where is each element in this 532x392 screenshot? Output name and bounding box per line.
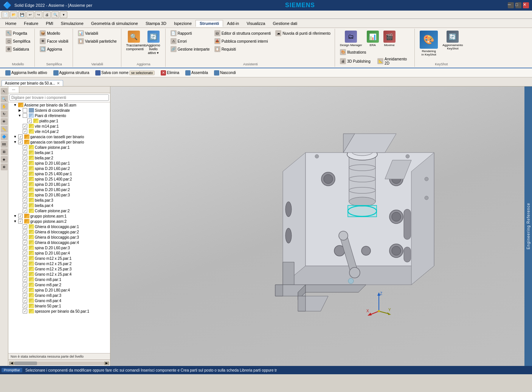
tree-root-node[interactable]: ▼ Assieme per binario da 50.asm xyxy=(8,102,110,108)
ctx-elimina[interactable]: ✕ Elimina xyxy=(158,69,181,76)
maximize-btn[interactable]: □ xyxy=(515,2,521,8)
sidebar-icon-part[interactable]: 🔷 xyxy=(1,133,8,140)
ribbon-btn-editor-struttura[interactable]: 🗂 Editor di struttura componenti xyxy=(212,29,273,37)
tree-node-10[interactable]: ✓spina D.20 L60.par:1 xyxy=(8,161,110,166)
tree-node-13[interactable]: ✓spina D.25 L400.par:2 xyxy=(8,176,110,182)
ribbon-btn-var-par[interactable]: 📋 Variabili paritetiche xyxy=(76,37,119,45)
menu-strumenti[interactable]: Strumenti xyxy=(195,20,223,27)
ctx-nascondi[interactable]: Nascondi xyxy=(212,69,238,76)
tree-node-4[interactable]: ✓vite m14.par:2 xyxy=(8,129,110,134)
ribbon-btn-modello[interactable]: 📦 Modello xyxy=(38,29,70,37)
tree-node-3[interactable]: ✓vite m14.par:1 xyxy=(8,123,110,129)
tree-node-27[interactable]: ✓spina D.20 L60.par:4 xyxy=(8,250,110,256)
menu-addin[interactable]: Add-in xyxy=(223,20,243,26)
tree-node-9[interactable]: ✓biella.par:2 xyxy=(8,155,110,161)
tree-scroll-left[interactable]: ◀ xyxy=(9,361,14,365)
piani-checkbox[interactable] xyxy=(23,113,27,118)
sidebar-icon-extra2[interactable]: ⊕ xyxy=(1,164,8,170)
qa-save[interactable]: 💾 xyxy=(18,11,26,18)
tree-node-35[interactable]: ✓Grano m8.par:3 xyxy=(8,293,110,298)
tree-node-20[interactable]: ▼✓gruppo pistone.asm:1 xyxy=(8,213,110,219)
tree-node-piani[interactable]: ▼ Piani di riferimento xyxy=(8,113,110,118)
tree-node-29[interactable]: ✓Grano m12 x 25.par:2 xyxy=(8,261,110,266)
qa-redo[interactable]: ↪ xyxy=(35,11,42,18)
tree-node-22[interactable]: ✓Ghiera di bloccaggio.par:1 xyxy=(8,224,110,229)
tree-scrollbar[interactable]: ◀ ▶ xyxy=(8,360,110,366)
tree-node-24[interactable]: ✓Ghiera di bloccaggio.par:3 xyxy=(8,235,110,240)
eng-ref-panel[interactable]: Engineering Reference xyxy=(524,86,532,366)
tree-node-piatto[interactable]: ✓ piatto.par:1 xyxy=(8,118,110,123)
tree-node-37[interactable]: ✓binario 50.par:1 xyxy=(8,303,110,309)
sistemi-expand[interactable]: ▶ xyxy=(17,108,22,113)
tree-node-11[interactable]: ✓spina D.20 L60.par:2 xyxy=(8,166,110,171)
tree-content[interactable]: ▼ Assieme per binario da 50.asm ▶ Sistem… xyxy=(8,102,110,353)
tree-node-38[interactable]: ✓spessore per binario da 50.par:1 xyxy=(8,309,110,314)
3d-viewport[interactable]: Z X Y xyxy=(110,86,524,366)
tree-node-28[interactable]: ✓Grano m12 x 25.par:1 xyxy=(8,256,110,261)
tree-node-31[interactable]: ✓Grano m12 x 25.par:4 xyxy=(8,272,110,277)
tree-node-33[interactable]: ✓Grano m8.par:2 xyxy=(8,282,110,287)
close-btn[interactable]: ✕ xyxy=(523,2,529,8)
tree-node-36[interactable]: ✓Grano m8.par:4 xyxy=(8,298,110,303)
tree-scroll-right[interactable]: ▶ xyxy=(104,361,109,365)
ribbon-btn-rapporti[interactable]: 📄 Rapporti xyxy=(169,29,212,37)
ribbon-btn-requisiti[interactable]: 📋 Requisiti xyxy=(212,45,273,53)
sidebar-icon-extra1[interactable]: ◈ xyxy=(1,156,8,163)
qa-zoom[interactable]: 🔍 xyxy=(51,11,59,18)
qa-undo[interactable]: ↩ xyxy=(26,11,34,18)
menu-feature[interactable]: Feature xyxy=(20,20,42,26)
tree-node-16[interactable]: ✓spina D.20 L80.par:3 xyxy=(8,192,110,198)
ribbon-btn-rendering-keyshot[interactable]: 🎨 Renderingin KeyShot xyxy=(418,29,440,57)
root-expand[interactable]: ▼ xyxy=(13,103,17,107)
tree-node-21[interactable]: ▼✓gruppo pistone.asm:2 xyxy=(8,219,110,224)
ctx-salva-nome[interactable]: Salva con nome se selezionato xyxy=(93,69,157,76)
tree-node-26[interactable]: ✓spina D.20 L60.par:3 xyxy=(8,245,110,250)
ribbon-btn-saldatura[interactable]: ⚙ Saldatura xyxy=(4,45,32,53)
ctx-aggiorna-livello[interactable]: Aggiorna livello attivo xyxy=(3,69,50,76)
tree-node-6[interactable]: ▼✓ganascia con tasselli per binario xyxy=(8,139,110,145)
tree-node-7[interactable]: ✓Collare pistone.par:1 xyxy=(8,145,110,150)
ribbon-btn-variabili[interactable]: 📊 Variabili xyxy=(76,29,119,37)
ctx-aggiorna-struttura[interactable]: Aggiorna struttura xyxy=(51,69,92,76)
qa-options[interactable]: ▾ xyxy=(60,11,67,18)
tree-node-15[interactable]: ✓spina D.20 L80.par:2 xyxy=(8,187,110,192)
ribbon-btn-era[interactable]: 📊 ERA xyxy=(365,29,381,48)
ribbon-btn-aggiorna-simp[interactable]: 🔄 Aggiorna xyxy=(38,45,70,53)
ribbon-btn-progetta[interactable]: 🔧 Progetta xyxy=(4,29,32,37)
tree-node-18[interactable]: ✓biella.par:4 xyxy=(8,203,110,208)
tree-node-17[interactable]: ✓biella.par:3 xyxy=(8,198,110,203)
ribbon-btn-tracciamento[interactable]: 🔍 Tracciamento componenti xyxy=(124,29,143,52)
menu-gestione[interactable]: Gestione dati xyxy=(269,20,301,26)
tree-node-5[interactable]: ▼✓ganascia con tasselli per binario xyxy=(8,134,110,139)
ribbon-btn-semplifica[interactable]: ◻ Semplifica xyxy=(4,37,32,45)
menu-pmi[interactable]: PMI xyxy=(42,20,57,26)
menu-simulazione[interactable]: Simulazione xyxy=(57,20,87,26)
tree-node-32[interactable]: ✓Grano m8.par:1 xyxy=(8,277,110,282)
tree-node-8[interactable]: ✓biella.par:1 xyxy=(8,150,110,155)
ribbon-btn-design-manager[interactable]: 🗂 Design Manager xyxy=(338,29,364,48)
sidebar-icon-view[interactable]: 👁 xyxy=(1,118,8,125)
ribbon-btn-pubblica[interactable]: 📤 Pubblica componenti interni xyxy=(212,37,273,45)
qa-print[interactable]: 🖨 xyxy=(43,11,51,18)
sidebar-icon-measure[interactable]: 📏 xyxy=(1,126,8,133)
ribbon-btn-movime[interactable]: 🎬 Movime xyxy=(382,29,397,48)
ribbon-btn-nuvola[interactable]: ☁ Nuvola di punti di riferimento xyxy=(273,29,332,37)
menu-home[interactable]: Home xyxy=(2,20,20,26)
tree-node-30[interactable]: ✓Grano m12 x 25.par:3 xyxy=(8,266,110,272)
tree-hscroll-track[interactable] xyxy=(14,361,104,365)
tree-node-25[interactable]: ✓Ghiera di bloccaggio.par:4 xyxy=(8,240,110,245)
ribbon-btn-annidamento[interactable]: 📐 Annidamento 2D xyxy=(375,56,412,66)
tree-tab-main[interactable]: ··· xyxy=(8,86,19,93)
tree-hscroll-thumb[interactable] xyxy=(14,361,37,365)
sidebar-icon-88[interactable]: 88 xyxy=(1,141,8,148)
menu-stampa3d[interactable]: Stampa 3D xyxy=(142,20,170,26)
tree-node-19[interactable]: ✓Collare pistone.par:2 xyxy=(8,208,110,213)
sidebar-icon-zoom[interactable]: 🔍 xyxy=(1,96,8,102)
qa-open[interactable]: 📂 xyxy=(10,11,17,18)
sidebar-icon-sections[interactable]: ⊞ xyxy=(1,148,8,155)
menu-visualizza[interactable]: Visualizza xyxy=(243,20,269,26)
sidebar-icon-pan[interactable]: ✋ xyxy=(1,103,8,110)
qa-new[interactable]: 📄 xyxy=(2,11,9,18)
menu-geometria[interactable]: Geometria di simulazione xyxy=(87,20,142,26)
ribbon-btn-facce-visibili[interactable]: 👁 Facce visibili xyxy=(38,37,70,45)
